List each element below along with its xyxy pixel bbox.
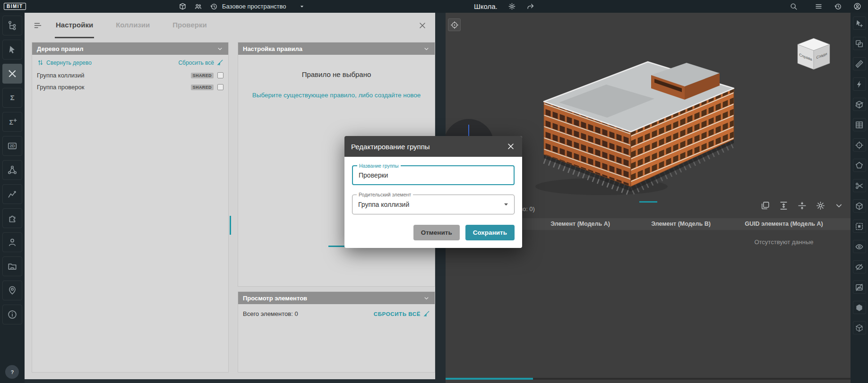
- sidebar-item-users[interactable]: [2, 232, 22, 252]
- tab-checks[interactable]: Проверки: [172, 13, 207, 38]
- elements-row: Всего элементов: 0 СБРОСИТЬ ВСЁ: [238, 304, 435, 323]
- topbar-right-icons: [790, 2, 861, 10]
- workspace-select[interactable]: Базовое пространство: [222, 3, 305, 10]
- panels-resize-handle[interactable]: [230, 216, 231, 235]
- tool-section-box[interactable]: [853, 321, 866, 334]
- sidebar-item-user-location[interactable]: [2, 281, 22, 300]
- tool-section[interactable]: [853, 98, 866, 111]
- collapse-tree-link[interactable]: Свернуть дерево: [37, 59, 92, 66]
- rule-settings-header[interactable]: Настройка правила: [238, 43, 435, 55]
- table-empty-message: Отсутствуют данные: [754, 238, 813, 246]
- reset-all-link[interactable]: Сбросить всё: [178, 59, 223, 66]
- fit-height-icon[interactable]: [779, 201, 789, 211]
- list-icon[interactable]: [815, 2, 823, 10]
- duplicate-icon[interactable]: [760, 201, 770, 211]
- elements-total: Всего элементов: 0: [243, 310, 298, 317]
- elements-view-header[interactable]: Просмотр элементов: [238, 292, 435, 304]
- tool-hide[interactable]: [853, 260, 866, 273]
- caret-down-icon: [299, 3, 305, 10]
- collapse-tree-icon: [37, 59, 44, 66]
- tool-multi-select[interactable]: [853, 37, 866, 50]
- tool-volume[interactable]: [853, 199, 866, 213]
- tool-focus[interactable]: [853, 138, 866, 152]
- group-name-input[interactable]: [359, 171, 508, 179]
- table-resize-handle[interactable]: [639, 201, 657, 203]
- history-icon[interactable]: [834, 2, 842, 10]
- tabs: Настройки Коллизии Проверки: [55, 13, 208, 38]
- column-header-element-a[interactable]: Элемент (Модель A): [550, 218, 610, 230]
- chevron-down-icon: [216, 45, 223, 52]
- shared-badge: SHARED: [191, 85, 214, 90]
- tool-textures-off[interactable]: [853, 281, 866, 294]
- sidebar-item-view-2d[interactable]: 2D: [2, 136, 22, 156]
- account-icon[interactable]: [853, 2, 861, 10]
- tab-settings[interactable]: Настройки: [55, 13, 94, 38]
- dialog-body: Название группы Родительский элемент Гру…: [344, 157, 522, 248]
- rules-tree-panel: Дерево правил Свернуть дерево Сбросить в…: [32, 42, 229, 373]
- save-button[interactable]: Сохранить: [465, 225, 515, 240]
- topbar: BIMIT Базовое пространство Школа.: [0, 0, 868, 13]
- sidebar-item-charts[interactable]: [2, 184, 22, 204]
- group-name-field[interactable]: Название группы: [352, 165, 515, 185]
- rules-tree-header[interactable]: Дерево правил: [32, 43, 228, 55]
- column-header-element-b[interactable]: Элемент (Модель B): [651, 218, 711, 230]
- sidebar-item-sum-plus[interactable]: Σ: [2, 112, 22, 132]
- sidebar-item-scheme[interactable]: [2, 160, 22, 180]
- search-icon[interactable]: [790, 2, 798, 10]
- column-header-guid-a[interactable]: GUID элемента (Модель A): [745, 218, 823, 230]
- left-sidebar: ΣΣ2D: [0, 13, 25, 383]
- sidebar-item-select[interactable]: [2, 40, 22, 60]
- chevron-down-icon[interactable]: [834, 201, 844, 211]
- tree-row-checks-group[interactable]: Группа проверок SHARED: [32, 81, 228, 93]
- tool-select-add[interactable]: [853, 17, 866, 30]
- sidebar-item-plugins[interactable]: [2, 208, 22, 228]
- bimit-logo[interactable]: BIMIT: [4, 3, 26, 10]
- tool-grid[interactable]: [853, 118, 866, 131]
- tool-shaded-view[interactable]: [853, 301, 866, 314]
- tool-clash-check[interactable]: [853, 77, 866, 91]
- row-checkbox[interactable]: [217, 72, 223, 78]
- tree-row-collisions-group[interactable]: Группа коллизий SHARED: [32, 69, 228, 81]
- building-model[interactable]: [531, 46, 746, 197]
- reset-all-label: Сбросить всё: [178, 60, 214, 66]
- dialog-title: Редактирование группы: [351, 143, 430, 151]
- sidebar-item-sum[interactable]: Σ: [2, 88, 22, 108]
- history-icon[interactable]: [210, 2, 218, 10]
- team-icon[interactable]: [194, 2, 202, 10]
- tool-isolate[interactable]: [853, 220, 866, 233]
- home-view-button[interactable]: [448, 18, 461, 31]
- sidebar-item-shared-models[interactable]: [2, 256, 22, 276]
- sidebar-item-info[interactable]: [2, 305, 22, 324]
- row-checkbox[interactable]: [217, 84, 223, 90]
- package-icon[interactable]: [179, 2, 187, 10]
- collapse-tree-label: Свернуть дерево: [46, 60, 92, 66]
- chevron-down-icon: [423, 45, 430, 52]
- sidebar-item-model-structure[interactable]: [2, 16, 22, 35]
- tab-collisions[interactable]: Коллизии: [115, 13, 151, 38]
- navigation-cube[interactable]: Справа Сзади: [794, 34, 834, 74]
- reset-elements-link[interactable]: СБРОСИТЬ ВСЁ: [374, 310, 430, 317]
- tool-show[interactable]: [853, 240, 866, 253]
- tool-measure[interactable]: [853, 57, 866, 70]
- dialog-close-icon[interactable]: [506, 142, 516, 151]
- tool-polygon-select[interactable]: [853, 159, 866, 172]
- edit-group-dialog: Редактирование группы Название группы Ро…: [344, 136, 522, 248]
- gear-icon[interactable]: [816, 201, 825, 211]
- help-button[interactable]: ?: [5, 365, 19, 379]
- row-height-icon[interactable]: [797, 201, 807, 211]
- tool-cut[interactable]: [853, 179, 866, 192]
- sidebar-item-collisions[interactable]: [2, 64, 22, 84]
- create-rule-link[interactable]: Выберите существующее правило, либо созд…: [238, 92, 435, 99]
- share-icon[interactable]: [526, 2, 534, 10]
- project-settings-icon[interactable]: [508, 2, 516, 10]
- rule-panel-resize-handle[interactable]: [328, 246, 344, 247]
- scrollbar-thumb[interactable]: [446, 378, 533, 380]
- horizontal-scrollbar[interactable]: [446, 378, 851, 380]
- reset-elements-label: СБРОСИТЬ ВСЁ: [374, 311, 421, 317]
- panel-close-icon[interactable]: [418, 21, 427, 30]
- parent-element-select[interactable]: Родительский элемент Группа коллизий: [352, 195, 515, 214]
- panel-menu-icon[interactable]: [33, 21, 43, 30]
- svg-text:Σ: Σ: [10, 94, 14, 102]
- cancel-button[interactable]: Отменить: [413, 225, 460, 240]
- question-icon: ?: [8, 368, 17, 376]
